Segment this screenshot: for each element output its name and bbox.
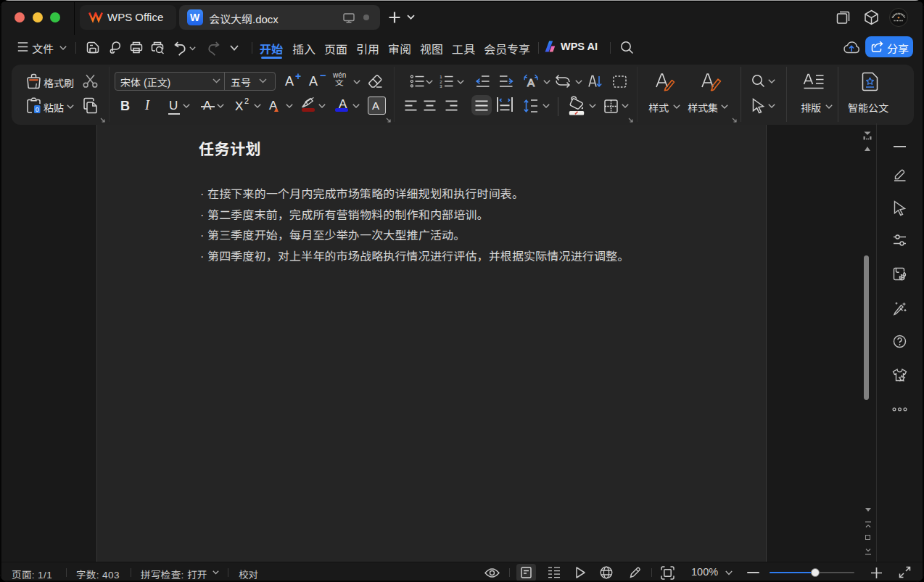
svg-text:0: 0 xyxy=(36,106,39,113)
svg-text:A: A xyxy=(527,76,535,89)
svg-text:2: 2 xyxy=(440,80,442,84)
svg-text:1: 1 xyxy=(440,75,442,79)
